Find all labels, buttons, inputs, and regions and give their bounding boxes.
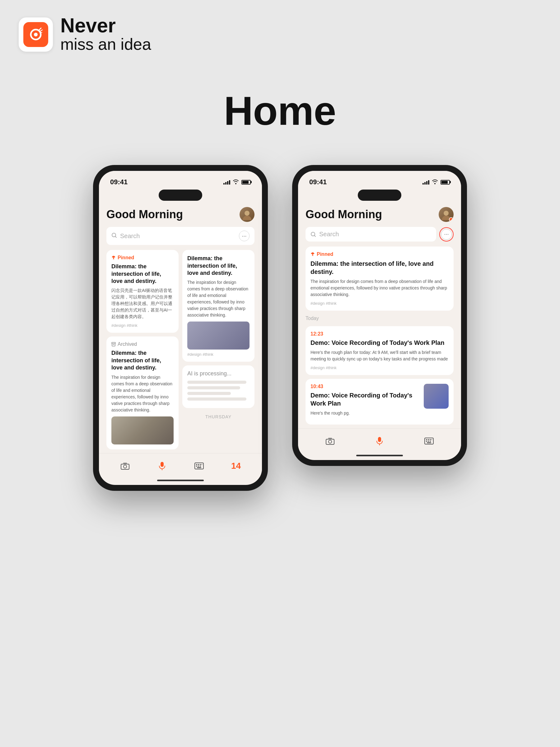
day-separator: THURSDAY xyxy=(182,412,255,422)
signal-icon xyxy=(223,180,230,185)
svg-point-3 xyxy=(112,233,116,237)
entry2-title: Demo: Voice Recording of Today's Work Pl… xyxy=(311,391,420,407)
bottom-toolbar-left: 14 xyxy=(99,453,262,477)
two-col-layout: Pinned Dilemma: the intersection of life… xyxy=(99,250,262,453)
wifi-icon-right xyxy=(432,179,438,185)
today-label: Today xyxy=(305,316,454,321)
status-time-right: 09:41 xyxy=(309,178,327,186)
pinned-tags-right: #design #think xyxy=(311,301,449,306)
pinned-title-right: Dilemma: the intersection of life, love … xyxy=(311,260,449,276)
skeleton-3 xyxy=(187,392,231,395)
pinned-card-right[interactable]: Pinned Dilemma: the intersection of life… xyxy=(305,247,454,311)
keyboard-button-right[interactable] xyxy=(420,432,438,450)
card2-body: The inspiration for design comes from a … xyxy=(187,279,249,318)
count-number-left: 14 xyxy=(231,461,241,471)
entry2-card[interactable]: 10:43 Demo: Voice Recording of Today's W… xyxy=(305,379,454,424)
ai-title: AI is processing... xyxy=(187,370,249,377)
greeting-right: Good Morning xyxy=(305,208,382,221)
status-icons-right xyxy=(423,179,450,185)
pinned-card-body-left: 闪念贝壳是一款AI驱动的语音笔记应用，可以帮助用户记住并整理各种想法和灵感。用户… xyxy=(111,287,174,320)
phone-left: 09:41 xyxy=(93,165,268,490)
archived-card-left[interactable]: Archived Dilemma: the intersection of li… xyxy=(106,336,179,449)
mic-button-right[interactable] xyxy=(371,432,388,450)
archived-card-title: Dilemma: the intersection of life, love … xyxy=(111,350,174,371)
more-button-right-highlighted[interactable]: ··· xyxy=(439,227,454,241)
svg-point-2 xyxy=(244,211,249,216)
entry2-image xyxy=(424,384,449,409)
svg-point-20 xyxy=(328,440,331,443)
single-col-right: Pinned Dilemma: the intersection of life… xyxy=(298,247,461,311)
entry1-body: Here's the rough plan for today: At 9 AM… xyxy=(311,349,449,362)
home-indicator-right xyxy=(356,455,403,456)
status-bar-left: 09:41 xyxy=(99,171,262,188)
pinned-card-left[interactable]: Pinned Dilemma: the intersection of life… xyxy=(106,250,179,333)
count-badge-left: 14 xyxy=(228,457,245,475)
svg-point-6 xyxy=(124,465,127,468)
phone-right-screen: 09:41 xyxy=(298,171,461,460)
svg-rect-30 xyxy=(427,442,431,443)
ai-processing-card: AI is processing... xyxy=(182,365,255,408)
card2-title: Dilemma: the intersection of life, love … xyxy=(187,255,249,277)
archived-card-image xyxy=(111,416,174,444)
app-title-never: Never xyxy=(60,16,151,35)
search-icon-left xyxy=(111,232,117,240)
app-title: Never miss an idea xyxy=(60,16,151,53)
search-bar-left[interactable]: Search ··· xyxy=(106,227,255,245)
svg-rect-16 xyxy=(197,467,201,468)
today-section: Today xyxy=(298,314,461,326)
entry2-body: Here's the rough pg. xyxy=(311,410,420,416)
svg-point-17 xyxy=(444,211,449,216)
svg-rect-25 xyxy=(430,439,431,440)
pinned-label-right: Pinned xyxy=(311,252,449,257)
bottom-toolbar-right xyxy=(298,428,461,452)
mic-button-left[interactable] xyxy=(153,457,171,475)
pinned-card-title-left: Dilemma: the intersection of life, love … xyxy=(111,263,174,285)
svg-rect-7 xyxy=(161,462,164,467)
svg-rect-13 xyxy=(196,466,197,467)
card2-tags: #design #think xyxy=(187,352,249,357)
svg-rect-24 xyxy=(428,439,429,440)
second-card-right[interactable]: Dilemma: the intersection of life, love … xyxy=(182,250,255,362)
greeting-left: Good Morning xyxy=(106,208,183,221)
search-placeholder-left: Search xyxy=(120,232,140,240)
svg-rect-27 xyxy=(426,441,427,442)
status-icons-left xyxy=(223,179,251,185)
pinned-card-tags-left: #design #think xyxy=(111,323,174,328)
camera-button-left[interactable] xyxy=(116,457,134,475)
search-bar-right[interactable]: Search ··· xyxy=(305,227,454,241)
svg-rect-4 xyxy=(112,342,115,344)
svg-rect-23 xyxy=(426,439,427,440)
phones-container: 09:41 xyxy=(0,165,560,515)
app-title-sub: miss an idea xyxy=(60,35,151,53)
pinned-body-right: The inspiration for design comes from a … xyxy=(311,278,449,298)
svg-rect-11 xyxy=(200,464,201,465)
status-time-left: 09:41 xyxy=(110,178,128,186)
svg-rect-10 xyxy=(198,464,199,465)
svg-point-18 xyxy=(311,232,315,236)
col-left: Pinned Dilemma: the intersection of life… xyxy=(106,250,179,453)
entry1-title: Demo: Voice Recording of Today's Work Pl… xyxy=(311,339,449,347)
svg-rect-9 xyxy=(196,464,197,465)
battery-icon xyxy=(241,180,251,185)
svg-rect-28 xyxy=(428,441,429,442)
dynamic-island-right xyxy=(358,189,401,201)
card2-image xyxy=(187,321,249,350)
svg-rect-26 xyxy=(431,439,432,440)
avatar-right[interactable] xyxy=(439,207,454,222)
entry1-tags: #design #think xyxy=(311,365,449,370)
keyboard-button-left[interactable] xyxy=(190,457,208,475)
camera-button-right[interactable] xyxy=(321,432,339,450)
app-header-area: Never miss an idea xyxy=(0,0,560,62)
svg-point-1 xyxy=(34,33,38,36)
avatar-left[interactable] xyxy=(240,207,255,222)
status-bar-right: 09:41 xyxy=(298,171,461,188)
avatar-red-dot xyxy=(449,217,453,222)
col-right: Dilemma: the intersection of life, love … xyxy=(182,250,255,453)
app-icon xyxy=(19,18,53,52)
more-button-left[interactable]: ··· xyxy=(239,231,249,241)
svg-rect-21 xyxy=(378,437,381,442)
entry1-card[interactable]: 12:23 Demo: Voice Recording of Today's W… xyxy=(305,326,454,375)
pinned-label-left: Pinned xyxy=(111,255,174,260)
svg-rect-14 xyxy=(198,466,199,467)
phone-left-screen: 09:41 xyxy=(99,171,262,485)
